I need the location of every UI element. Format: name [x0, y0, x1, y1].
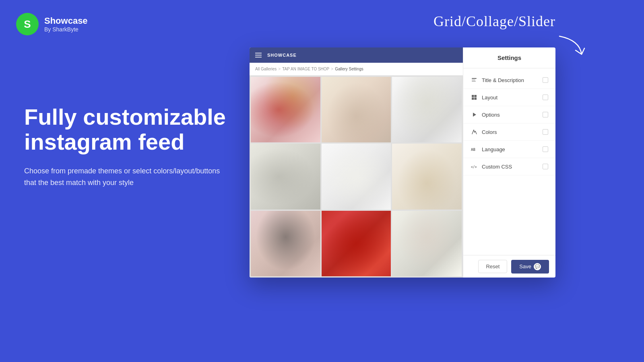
settings-panel: Settings Title & Description Layout [463, 47, 555, 278]
grid-cell-6[interactable] [392, 144, 462, 209]
logo-subtitle: By SharkByte [44, 26, 88, 33]
breadcrumb-sep2: > [331, 67, 333, 71]
grid-cell-2[interactable] [322, 77, 391, 142]
settings-item-options[interactable]: Options [463, 106, 555, 123]
settings-header: Settings [463, 47, 555, 68]
gallery-topbar: SHOWCASE [250, 47, 463, 63]
svg-rect-6 [475, 98, 477, 100]
logo-icon: S [16, 13, 39, 35]
annotation-arrow [555, 32, 588, 60]
svg-text:AB: AB [471, 148, 475, 152]
svg-rect-4 [475, 95, 477, 97]
menu-icon[interactable] [255, 53, 262, 58]
hero-heading: Fully customizable instagram feed [24, 105, 233, 154]
breadcrumb-item2[interactable]: TAP AN IMAGE TO SHOP [282, 67, 329, 71]
grid-cell-8[interactable] [322, 211, 391, 276]
annotation-text: Grid/Collage/Slider [433, 13, 555, 30]
settings-item-title-desc[interactable]: Title & Description [463, 72, 555, 89]
language-icon: AB [471, 146, 478, 153]
breadcrumb-sep1: > [278, 67, 281, 71]
topbar-brand: SHOWCASE [267, 53, 297, 58]
app-mockup: SHOWCASE All Galleries > TAP AN IMAGE TO… [250, 47, 555, 278]
settings-footer: Reset Save 💬 [463, 255, 555, 278]
grid-cell-5[interactable] [322, 144, 391, 209]
settings-list: Title & Description Layout [463, 68, 555, 255]
layout-label: Layout [482, 95, 497, 101]
save-button[interactable]: Save 💬 [511, 260, 549, 274]
layout-icon [471, 94, 478, 101]
settings-title: Settings [497, 54, 521, 61]
settings-item-colors[interactable]: Colors [463, 123, 555, 141]
reset-button[interactable]: Reset [478, 260, 507, 273]
grid-cell-1[interactable] [251, 77, 320, 142]
hero-section: Fully customizable instagram feed Choose… [24, 105, 233, 189]
gallery-panel: SHOWCASE All Galleries > TAP AN IMAGE TO… [250, 47, 463, 278]
options-label: Options [482, 112, 500, 118]
svg-rect-0 [472, 78, 477, 79]
colors-checkbox[interactable] [543, 129, 548, 135]
svg-text:</>: </> [471, 165, 477, 169]
title-desc-icon [471, 76, 478, 84]
svg-rect-5 [472, 98, 474, 100]
logo-area: S Showcase By SharkByte [16, 13, 88, 35]
chat-bubble-icon: 💬 [534, 263, 541, 270]
svg-rect-2 [472, 81, 476, 82]
colors-label: Colors [482, 129, 497, 135]
title-desc-label: Title & Description [482, 77, 524, 83]
layout-checkbox[interactable] [543, 95, 548, 100]
custom-css-checkbox[interactable] [543, 164, 548, 169]
grid-cell-4[interactable] [251, 144, 320, 209]
settings-item-custom-css[interactable]: </> Custom CSS [463, 158, 555, 175]
settings-item-layout[interactable]: Layout [463, 89, 555, 106]
svg-rect-3 [472, 95, 474, 97]
custom-css-icon: </> [471, 163, 478, 170]
custom-css-label: Custom CSS [482, 164, 512, 170]
options-checkbox[interactable] [543, 112, 548, 117]
svg-rect-1 [472, 80, 475, 80]
grid-cell-9[interactable] [392, 211, 462, 276]
colors-icon [471, 128, 478, 136]
logo-text: Showcase By SharkByte [44, 16, 88, 33]
gallery-grid [250, 76, 463, 278]
language-checkbox[interactable] [543, 146, 548, 152]
hero-subtext: Choose from premade themes or select col… [24, 165, 233, 189]
breadcrumb-item3[interactable]: Gallery Settings [335, 67, 363, 71]
options-icon [471, 111, 478, 118]
grid-cell-7[interactable] [251, 211, 320, 276]
breadcrumb: All Galleries > TAP AN IMAGE TO SHOP > G… [250, 63, 463, 76]
logo-title: Showcase [44, 16, 88, 26]
title-desc-checkbox[interactable] [543, 77, 548, 83]
settings-item-language[interactable]: AB Language [463, 141, 555, 158]
breadcrumb-item1[interactable]: All Galleries [255, 67, 277, 71]
language-label: Language [482, 146, 505, 152]
svg-marker-7 [473, 113, 476, 117]
grid-cell-3[interactable] [392, 77, 462, 142]
